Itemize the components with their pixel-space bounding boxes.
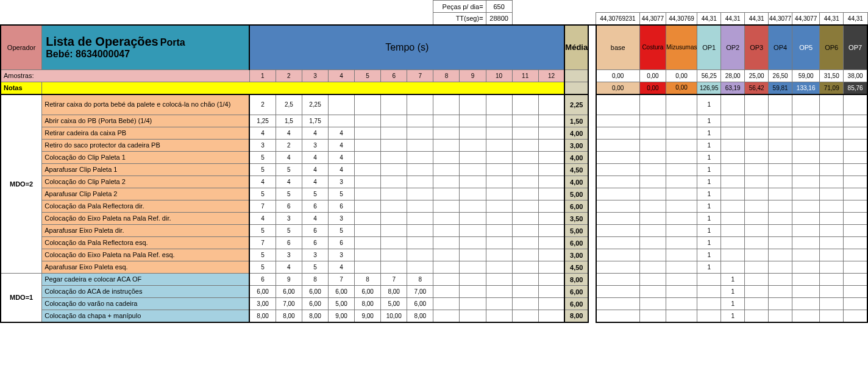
time-sample: 6 — [249, 274, 276, 286]
time-sample — [355, 261, 381, 274]
op-assign — [792, 225, 820, 237]
op-assign — [820, 164, 844, 176]
op-assign — [820, 152, 844, 164]
op-assign — [745, 261, 769, 274]
time-sample — [407, 152, 433, 164]
sample-num: 1 — [249, 70, 276, 82]
op-assign — [666, 164, 697, 176]
time-sample: 3 — [329, 249, 355, 261]
time-sample — [355, 94, 381, 115]
op-assign — [820, 213, 844, 225]
op-col-header: base — [596, 25, 640, 70]
time-sample: 5 — [249, 225, 276, 237]
time-sample — [381, 261, 407, 274]
time-sample: 5 — [302, 188, 328, 200]
op-assign — [844, 164, 867, 176]
operation-desc: Aparafusar Clip Paleta 2 — [42, 188, 250, 200]
time-sample — [407, 213, 433, 225]
op-assign — [844, 310, 867, 322]
op-assign — [596, 140, 640, 152]
time-sample — [433, 164, 460, 176]
op-col-header: OP3 — [745, 25, 769, 70]
gap — [588, 200, 596, 213]
time-sample — [407, 261, 433, 274]
time-sample — [460, 164, 486, 176]
gap — [588, 213, 596, 225]
op-assign — [769, 164, 792, 176]
op-assign — [596, 225, 640, 237]
time-sample — [433, 140, 460, 152]
time-sample — [486, 261, 512, 274]
time-sample: 6 — [302, 200, 328, 213]
media-value: 4,00 — [564, 176, 588, 188]
op-assign — [745, 164, 769, 176]
time-sample: 5 — [329, 188, 355, 200]
time-sample: 5 — [249, 261, 276, 274]
time-sample — [433, 176, 460, 188]
op-assign — [639, 94, 666, 115]
op-assign — [697, 310, 721, 322]
op-assign — [639, 164, 666, 176]
time-sample: 3 — [302, 249, 328, 261]
time-sample — [407, 249, 433, 261]
op-assign — [639, 200, 666, 213]
op-col-header: OP1 — [697, 25, 721, 70]
time-sample: 5 — [249, 152, 276, 164]
op-assign — [769, 298, 792, 310]
op-assign — [639, 213, 666, 225]
time-sample — [381, 176, 407, 188]
time-sample — [381, 213, 407, 225]
op-assign: 1 — [697, 94, 721, 115]
time-sample: 5 — [249, 249, 276, 261]
time-sample: 6 — [302, 225, 328, 237]
op-assign — [639, 225, 666, 237]
gap — [588, 94, 596, 115]
op-assign: 1 — [697, 140, 721, 152]
op-assign — [792, 200, 820, 213]
op-assign — [792, 298, 820, 310]
sample-num: 4 — [329, 70, 355, 82]
op-assign — [769, 213, 792, 225]
time-sample — [381, 152, 407, 164]
time-sample — [538, 249, 564, 261]
op-assign — [844, 237, 867, 249]
media-blank — [564, 70, 588, 82]
time-sample — [512, 310, 538, 322]
time-sample — [486, 298, 512, 310]
op-assign — [639, 249, 666, 261]
time-sample — [460, 261, 486, 274]
tempo-header: Tempo (s) — [249, 25, 564, 70]
time-sample: 4 — [329, 164, 355, 176]
op-assign — [666, 188, 697, 200]
op-assign — [820, 249, 844, 261]
time-sample: 3 — [329, 176, 355, 188]
time-sample — [512, 249, 538, 261]
time-sample: 2 — [276, 140, 302, 152]
op-assign — [697, 286, 721, 298]
time-sample — [433, 188, 460, 200]
time-sample — [433, 310, 460, 322]
op-assign — [666, 200, 697, 213]
op-assign — [596, 298, 640, 310]
time-sample: 6,00 — [249, 286, 276, 298]
time-sample — [355, 127, 381, 140]
op-assign — [820, 225, 844, 237]
gap — [588, 261, 596, 274]
time-sample: 6 — [329, 200, 355, 213]
gap — [588, 249, 596, 261]
time-sample: 1,25 — [249, 115, 276, 127]
op-assign — [639, 115, 666, 127]
time-sample — [355, 200, 381, 213]
time-sample: 5 — [276, 188, 302, 200]
time-sample: 5 — [276, 164, 302, 176]
op-assign — [844, 249, 867, 261]
time-sample — [433, 286, 460, 298]
time-sample: 8,00 — [355, 298, 381, 310]
op-assign — [820, 115, 844, 127]
op-assign: 1 — [697, 188, 721, 200]
time-sample — [355, 164, 381, 176]
op-assign — [596, 176, 640, 188]
time-sample — [538, 225, 564, 237]
op-assign: 1 — [697, 213, 721, 225]
op-assign — [820, 261, 844, 274]
